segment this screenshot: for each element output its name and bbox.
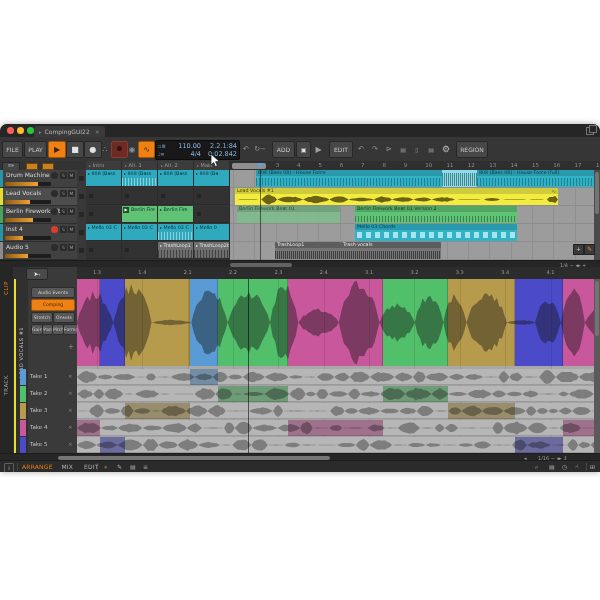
close-window-button[interactable] <box>7 127 14 134</box>
take-selection[interactable] <box>100 437 125 453</box>
take-remove-icon[interactable]: × <box>68 407 73 413</box>
arranger-track-row[interactable]: TrashLoop1Trash vocals <box>230 242 600 260</box>
track-header-berlin-firework-kit[interactable]: Berlin Firework KitSM <box>0 206 77 224</box>
clip-stop-button[interactable] <box>79 212 84 217</box>
take-lane-2[interactable] <box>77 386 600 402</box>
track-arm-button[interactable] <box>51 226 58 233</box>
arranger-track-row[interactable]: Mello 03 Chords <box>230 224 600 242</box>
arranger-clip[interactable]: Berlin Firework Beat 01 Version 2 <box>355 206 517 223</box>
scene-play-icon[interactable]: ▸ <box>125 163 127 168</box>
scrollbar-thumb[interactable] <box>58 456 330 460</box>
automation-toggle-button[interactable]: ∿ <box>138 141 155 158</box>
take-label[interactable]: Take 3 <box>30 407 47 413</box>
take-label[interactable]: Take 2 <box>30 390 47 396</box>
take-selection[interactable] <box>288 420 383 436</box>
metronome-icon[interactable]: ♩≡ <box>158 150 165 158</box>
take-selection[interactable] <box>218 386 288 402</box>
undo-icon[interactable]: ↶ <box>354 141 368 158</box>
arranger-track-row[interactable]: Berlin Firework Beat 01Berlin Firework B… <box>230 206 600 224</box>
stop-button[interactable]: ■ <box>66 141 84 158</box>
launcher-slot[interactable]: ▸ 808 (Bass <box>122 170 158 187</box>
track-arm-button[interactable] <box>51 172 58 179</box>
arranger-clip[interactable]: 808 (Bass 08) - House Force <box>256 170 442 187</box>
panel-grid-icon[interactable]: ⊞ <box>590 463 595 470</box>
paste-icon[interactable]: ▤ <box>424 141 438 158</box>
track-mute-button[interactable]: M <box>68 226 75 233</box>
track-mute-button[interactable]: M <box>68 244 75 251</box>
launcher-slot[interactable]: ▸ Berlin Fire <box>158 206 194 223</box>
scene-play-icon[interactable]: ▸ <box>89 163 91 168</box>
copy-icon[interactable]: ▤ <box>396 141 410 158</box>
track-tab[interactable]: TRACK <box>3 375 9 396</box>
position-value[interactable]: 2.2.1:84 <box>210 142 237 150</box>
clip-tab[interactable]: CLIP <box>3 281 9 295</box>
tempo-value[interactable]: 110.00 <box>178 142 201 150</box>
take-lane-4[interactable] <box>77 420 600 436</box>
take-remove-icon[interactable]: × <box>68 424 73 430</box>
clip-stop-button[interactable] <box>79 194 84 199</box>
comping-button[interactable]: Comping <box>31 299 75 311</box>
arranger-clip[interactable]: 808 (Bass 08) - House Force (full) <box>477 170 600 187</box>
track-solo-button[interactable]: S <box>60 172 67 179</box>
track-header-drum-machine[interactable]: Drum MachineSM <box>0 170 77 188</box>
take-selection[interactable] <box>190 369 218 385</box>
add-comp-lane-button[interactable]: + <box>68 343 74 351</box>
take-remove-icon[interactable]: × <box>68 373 73 379</box>
region-button[interactable]: REGION <box>456 141 488 158</box>
settings-gear-button[interactable]: ⚙ <box>438 141 454 158</box>
tools-icon[interactable]: ⌖ <box>104 463 108 471</box>
track-arm-button[interactable] <box>51 190 58 197</box>
touch-mode-icon[interactable]: ☝ <box>575 463 579 470</box>
launcher-slot[interactable]: ▸ 808 (Bass <box>158 170 194 187</box>
formant-button[interactable]: Formant <box>63 324 78 335</box>
take-selection[interactable] <box>383 386 448 402</box>
loop-toggle-icon[interactable]: ↻~ <box>251 141 269 158</box>
delete-icon[interactable]: ▯ <box>410 141 424 158</box>
launcher-slot[interactable]: ▸ Mello 03 C <box>158 224 194 241</box>
launcher-slot[interactable]: ▸ Mello 03 C <box>122 224 158 241</box>
track-solo-button[interactable]: S <box>60 226 67 233</box>
track-mute-button[interactable]: M <box>68 190 75 197</box>
history-clock-icon[interactable]: ◷ <box>562 463 567 470</box>
scene-header-intro[interactable]: ▸ Intro <box>86 161 122 170</box>
minimize-window-button[interactable] <box>17 127 24 134</box>
scene-play-icon[interactable]: ▸ <box>161 163 163 168</box>
audio-events-button[interactable]: Audio Events <box>31 287 75 298</box>
launcher-slot[interactable] <box>86 206 122 223</box>
scrollbar-thumb[interactable] <box>230 263 292 267</box>
scene-header-main[interactable]: ▸ Main <box>194 161 230 170</box>
save-icon[interactable]: ▣ <box>296 141 311 158</box>
project-tab-close-icon[interactable]: × <box>95 128 100 135</box>
time-value[interactable]: 0:02.842 <box>208 150 237 158</box>
clip-stop-button[interactable] <box>79 176 84 181</box>
scene-header-alt-2[interactable]: ▸ Alt. 2 <box>158 161 194 170</box>
export-play-icon[interactable]: ▶ <box>311 141 326 158</box>
take-lane-5[interactable] <box>77 437 600 453</box>
launcher-slot[interactable]: ▸ TrashLoop1 <box>158 242 194 259</box>
track-mute-button[interactable]: M <box>68 208 75 215</box>
arranger-timeline[interactable]: 808 (Bass 08) - House Force808 (Bass 08)… <box>230 170 600 260</box>
take-selection[interactable] <box>448 403 515 419</box>
track-arm-button[interactable] <box>51 208 58 215</box>
add-track-button[interactable]: ADD <box>272 141 295 158</box>
launcher-slot[interactable] <box>158 188 194 205</box>
view-switch-arrange[interactable]: ARRANGE <box>22 463 53 470</box>
take-selection[interactable] <box>125 403 190 419</box>
arranger-clip[interactable]: Mello 03 Chords <box>355 224 517 241</box>
file-browser-icon[interactable]: ▤ <box>549 463 555 470</box>
launcher-slot[interactable]: ▸ 808 (Ba <box>194 170 230 187</box>
launcher-slot[interactable] <box>194 206 230 223</box>
take-lane-1[interactable] <box>77 369 600 385</box>
file-menu-button[interactable]: FILE <box>2 141 23 158</box>
view-switch-mix[interactable]: MIX <box>61 463 73 470</box>
arranger-clip[interactable] <box>442 170 477 187</box>
launcher-slot[interactable] <box>86 188 122 205</box>
track-header-inst-4[interactable]: Inst 4SM <box>0 224 77 242</box>
take-remove-icon[interactable]: × <box>68 441 73 447</box>
overdub-icon[interactable]: ∴ <box>98 141 112 158</box>
clip-fold-icon[interactable]: ∿ <box>552 188 556 194</box>
launcher-slot[interactable]: ▸ TrashLoop2b <box>194 242 230 259</box>
time-signature-value[interactable]: 4/4 <box>191 150 201 158</box>
comp-editor-body[interactable] <box>77 279 600 453</box>
zoom-window-button[interactable] <box>27 127 34 134</box>
